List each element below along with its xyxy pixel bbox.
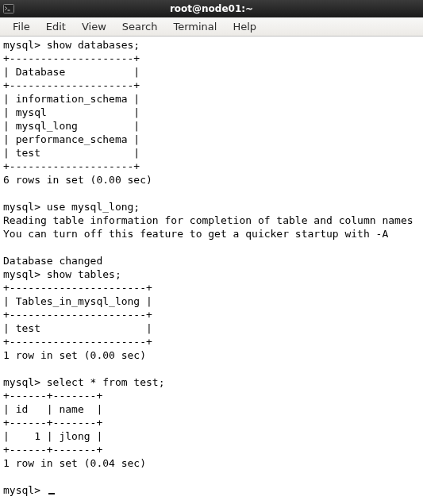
terminal-line: | Tables_in_mysql_long |	[3, 294, 420, 308]
terminal-line: Database changed	[3, 254, 420, 267]
menu-file[interactable]: File	[5, 19, 38, 34]
terminal-line: | Database |	[3, 65, 420, 79]
menubar: File Edit View Search Terminal Help	[0, 17, 423, 37]
window-titlebar: root@node01:~	[0, 0, 423, 17]
terminal-line: | performance_schema |	[3, 133, 420, 146]
terminal-line: | id | name |	[3, 402, 420, 416]
terminal-line: +--------------------+	[3, 160, 420, 173]
terminal-line: mysql> use mysql_long;	[3, 200, 420, 214]
terminal-line: +----------------------+	[3, 281, 420, 294]
terminal-line: +------+-------+	[3, 389, 420, 402]
terminal-line: | 1 | jlong |	[3, 429, 420, 443]
terminal-line: +------+-------+	[3, 416, 420, 429]
terminal-line: 6 rows in set (0.00 sec)	[3, 173, 420, 187]
menu-edit[interactable]: Edit	[38, 19, 74, 34]
terminal-line: Reading table information for completion…	[3, 214, 420, 227]
menu-view[interactable]: View	[74, 19, 114, 34]
terminal-line: | mysql |	[3, 106, 420, 119]
terminal-icon	[3, 3, 14, 14]
terminal-line: mysql> select * from test;	[3, 375, 420, 389]
cursor	[48, 493, 55, 494]
menu-search[interactable]: Search	[114, 19, 166, 34]
menu-terminal[interactable]: Terminal	[165, 19, 225, 34]
terminal-line	[3, 362, 420, 375]
terminal-line	[3, 470, 420, 483]
terminal-line: | test |	[3, 146, 420, 160]
menu-help[interactable]: Help	[225, 19, 264, 34]
terminal-line: mysql>	[3, 483, 420, 497]
terminal-line: +----------------------+	[3, 308, 420, 321]
svg-rect-0	[4, 5, 14, 13]
terminal-line	[3, 187, 420, 200]
terminal-line: +------+-------+	[3, 443, 420, 456]
terminal-line: 1 row in set (0.00 sec)	[3, 348, 420, 362]
terminal-line: +----------------------+	[3, 335, 420, 348]
terminal-line: You can turn off this feature to get a q…	[3, 227, 420, 240]
terminal-line: | test |	[3, 321, 420, 335]
window-title: root@node01:~	[19, 3, 404, 14]
terminal-line: mysql> show databases;	[3, 38, 420, 52]
terminal-line: | information_schema |	[3, 92, 420, 106]
terminal-line: +--------------------+	[3, 52, 420, 65]
terminal-line: | mysql_long |	[3, 119, 420, 133]
terminal-line: +--------------------+	[3, 79, 420, 92]
terminal-line: mysql> show tables;	[3, 267, 420, 281]
terminal-line	[3, 240, 420, 254]
terminal-line: 1 row in set (0.04 sec)	[3, 456, 420, 470]
terminal-output[interactable]: mysql> show databases;+-----------------…	[0, 37, 423, 498]
